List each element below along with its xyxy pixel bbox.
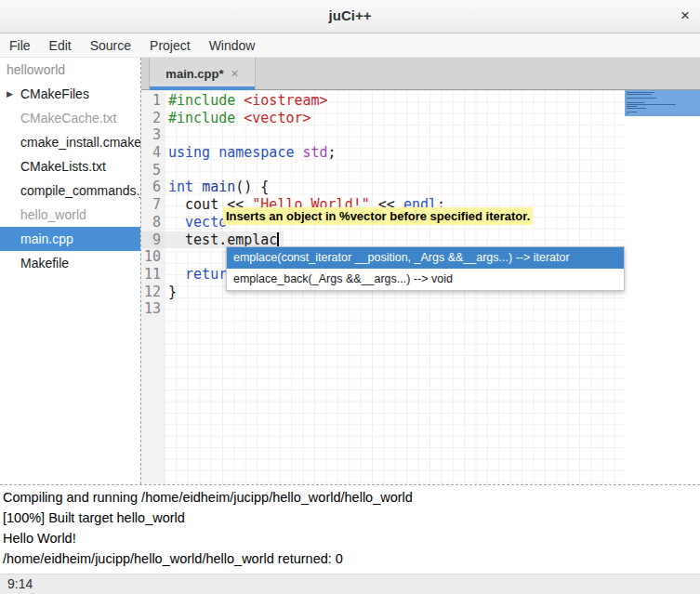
code-token: using [168, 144, 210, 161]
menu-item-window[interactable]: Window [200, 35, 265, 56]
sidebar-item-label: main.cpp [20, 231, 73, 246]
sidebar-item-cmakefiles[interactable]: ▶CMakeFiles [0, 82, 140, 106]
status-bar: 9:14 [0, 574, 700, 594]
doc-tooltip: Inserts an object in %vector before spec… [223, 207, 533, 225]
terminal-line: Compiling and running /home/eidheim/juci… [3, 487, 700, 508]
sidebar-item-hello-world[interactable]: hello_world [0, 203, 140, 227]
sidebar-root-label: helloworld [7, 62, 65, 77]
minimap-viewport[interactable] [625, 90, 700, 116]
minimap-code-line [627, 102, 644, 103]
close-icon[interactable]: × [680, 7, 690, 25]
autocomplete-item-0[interactable]: emplace(const_iterator __position, _Args… [227, 247, 624, 269]
line-number: 10 [141, 248, 165, 266]
code-line[interactable] [165, 162, 625, 179]
tab-bar: main.cpp* × [141, 58, 700, 90]
code-token: #include [168, 110, 235, 126]
code-token: () { [235, 178, 269, 195]
code-token [235, 110, 244, 126]
line-number: 9 [141, 231, 165, 249]
window-title: juCi++ [0, 7, 700, 23]
terminal-line: /home/eidheim/jucipp/hello_world/hello_w… [3, 548, 700, 569]
line-number: 11 [141, 266, 165, 284]
line-number: 4 [141, 144, 165, 162]
code-token: <vector> [244, 110, 310, 126]
expander-arrow-icon[interactable]: ▶ [7, 82, 13, 106]
line-number: 7 [141, 196, 165, 214]
code-token [294, 144, 302, 161]
terminal-line: [100%] Built target hello_world [3, 508, 700, 528]
menu-item-edit[interactable]: Edit [40, 35, 81, 56]
code-token [235, 92, 244, 109]
code-line[interactable] [165, 126, 625, 144]
line-number: 1 [141, 92, 165, 110]
minimap[interactable] [625, 90, 700, 484]
minimap-code-line [627, 112, 637, 112]
sidebar-item-label: cmake_install.cmake [20, 135, 140, 150]
code-token: } [168, 284, 177, 300]
minimap-code-line [627, 92, 654, 93]
code-token: retur [185, 266, 227, 283]
sidebar-item-cmake-install-cmake[interactable]: cmake_install.cmake [0, 130, 140, 154]
cursor-position-label: 9:14 [7, 576, 33, 591]
sidebar-item-makefile[interactable]: Makefile [0, 251, 140, 275]
code-token: test.emplac [168, 231, 277, 248]
code-token: int [168, 178, 193, 195]
sidebar-item-compile-commands-json[interactable]: compile_commands.json [0, 178, 140, 203]
code-token: namespace [218, 144, 294, 161]
minimap-code-line [627, 104, 676, 105]
sidebar-item-label: CMakeCache.txt [20, 111, 116, 125]
code-token [210, 144, 218, 161]
sidebar-item-label: hello_world [20, 207, 86, 222]
tab-close-icon[interactable]: × [231, 66, 238, 81]
line-number: 5 [141, 162, 165, 179]
line-number: 6 [141, 178, 165, 196]
sidebar-item-cmakelists-txt[interactable]: CMakeLists.txt [0, 154, 140, 178]
line-number: 3 [141, 126, 165, 144]
terminal-line: Hello World! [3, 528, 700, 548]
sidebar-item-label: CMakeLists.txt [20, 159, 106, 174]
minimap-code-line [627, 106, 637, 107]
code-token [168, 266, 185, 283]
sidebar-item-main-cpp[interactable]: main.cpp [0, 227, 140, 251]
line-number: 12 [141, 284, 165, 301]
code-line[interactable] [165, 300, 625, 318]
minimap-code-line [627, 94, 652, 95]
terminal-output[interactable]: Compiling and running /home/eidheim/juci… [0, 484, 700, 574]
autocomplete-popup: emplace(const_iterator __position, _Args… [226, 246, 625, 291]
line-number: 13 [141, 300, 165, 318]
menu-bar: FileEditSourceProjectWindow [0, 33, 700, 58]
tab-main-cpp[interactable]: main.cpp* × [149, 58, 256, 89]
tab-label: main.cpp* [165, 67, 223, 81]
code-token: <iostream> [244, 92, 327, 109]
code-line[interactable]: using namespace std; [165, 144, 625, 162]
window-titlebar: juCi++ × [0, 0, 700, 33]
code-token: #include [168, 92, 235, 109]
code-token [168, 214, 185, 231]
sidebar-item-label: CMakeFiles [20, 86, 89, 101]
text-cursor [277, 232, 279, 246]
minimap-code-line [627, 98, 656, 99]
minimap-code-line [627, 108, 646, 109]
code-line[interactable]: int main() { [165, 178, 625, 196]
line-number: 8 [141, 214, 165, 231]
code-line[interactable]: #include <iostream> [165, 92, 625, 110]
sidebar-item-cmakecache-txt[interactable]: CMakeCache.txt [0, 106, 140, 130]
code-token [193, 178, 202, 195]
sidebar-item-label: compile_commands.json [20, 183, 140, 198]
sidebar-root[interactable]: helloworld [0, 58, 140, 82]
code-token: vecto [185, 214, 227, 231]
code-token: std [303, 144, 328, 161]
file-tree: helloworld ▶CMakeFilesCMakeCache.txtcmak… [0, 58, 141, 484]
code-token: main [202, 178, 235, 195]
code-token: ; [328, 144, 337, 161]
menu-item-source[interactable]: Source [81, 35, 140, 56]
menu-item-file[interactable]: File [0, 35, 40, 56]
line-number: 2 [141, 110, 165, 127]
minimap-code-line [627, 113, 628, 114]
code-line[interactable]: #include <vector> [165, 110, 625, 127]
sidebar-item-label: Makefile [20, 256, 69, 271]
autocomplete-item-1[interactable]: emplace_back(_Args &&__args...) --> void [227, 269, 624, 290]
menu-item-project[interactable]: Project [140, 35, 200, 56]
line-number-gutter: 12345678910111213 [141, 90, 165, 484]
